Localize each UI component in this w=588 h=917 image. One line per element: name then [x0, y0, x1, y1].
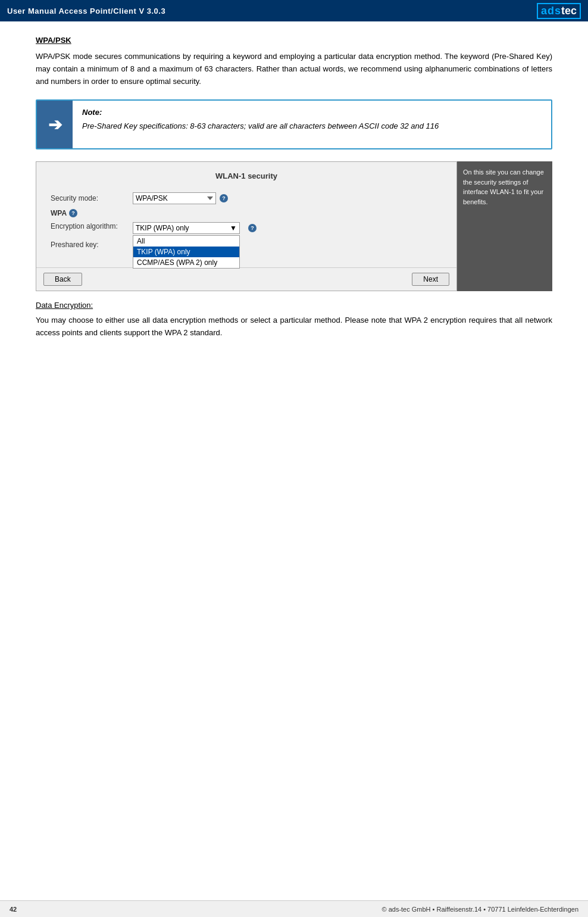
info-sidebar: On this site you can change the security… [457, 161, 552, 291]
header-logo: adstec [537, 3, 581, 19]
note-text: Pre-Shared Key specifications: 8-63 char… [82, 120, 439, 132]
encryption-option-ccmp[interactable]: CCMP/AES (WPA 2) only [133, 257, 239, 268]
preshared-row: Preshared key: ? [51, 239, 442, 251]
footer-page: 42 [10, 906, 17, 913]
encryption-label: Encryption algorithm: [51, 222, 128, 230]
encryption-dropdown-wrapper: TKIP (WPA) only ▼ All TKIP (WPA) only CC… [133, 222, 240, 234]
encryption-option-all[interactable]: All [133, 236, 239, 247]
wpa-psk-title: WPA/PSK [36, 36, 552, 45]
note-title: Note: [82, 108, 439, 117]
ui-panel-wrapper: WLAN-1 security Security mode: WPA/PSK ?… [36, 161, 552, 291]
footer-copyright: © ads-tec GmbH • Raiffeisenstr.14 • 7077… [381, 906, 578, 913]
arrow-icon: ➔ [48, 115, 62, 135]
security-mode-label: Security mode: [51, 194, 128, 202]
panel-buttons: Back Next [36, 267, 456, 291]
back-button[interactable]: Back [43, 273, 82, 286]
security-mode-select-wrapper: WPA/PSK ? [133, 192, 228, 204]
info-sidebar-text: On this site you can change the security… [463, 169, 544, 205]
wpa-label-row: WPA ? [51, 209, 442, 217]
security-mode-select[interactable]: WPA/PSK [133, 192, 216, 204]
security-mode-row: Security mode: WPA/PSK ? [51, 192, 442, 204]
logo-ads: ads [541, 5, 561, 17]
data-encryption-title: Data Encryption: [36, 301, 552, 310]
note-content: Note: Pre-Shared Key specifications: 8-6… [73, 101, 448, 148]
wpa-label: WPA ? [51, 209, 128, 217]
ui-panel-inner: WLAN-1 security Security mode: WPA/PSK ?… [36, 162, 456, 263]
main-content: WPA/PSK WPA/PSK mode secures communicati… [0, 21, 588, 375]
logo-tec: tec [561, 5, 577, 17]
encryption-option-tkip[interactable]: TKIP (WPA) only [133, 247, 239, 257]
note-arrow: ➔ [37, 101, 73, 148]
ui-panel: WLAN-1 security Security mode: WPA/PSK ?… [36, 161, 457, 291]
logo-border: adstec [537, 3, 581, 19]
encryption-select-shown[interactable]: TKIP (WPA) only ▼ [133, 222, 240, 234]
footer: 42 © ads-tec GmbH • Raiffeisenstr.14 • 7… [0, 900, 588, 917]
wpa-psk-description: WPA/PSK mode secures communications by r… [36, 51, 552, 88]
encryption-help-icon[interactable]: ? [248, 224, 257, 232]
next-button[interactable]: Next [412, 273, 449, 286]
data-encryption-text: You may choose to either use all data en… [36, 314, 552, 339]
preshared-label: Preshared key: [51, 241, 128, 249]
header: User Manual Access Point/Client V 3.0.3 … [0, 0, 588, 21]
ui-panel-title: WLAN-1 security [51, 171, 442, 180]
encryption-row: Encryption algorithm: TKIP (WPA) only ▼ … [51, 222, 442, 234]
encryption-selected-value: TKIP (WPA) only [136, 224, 189, 232]
header-title: User Manual Access Point/Client V 3.0.3 [7, 7, 165, 15]
encryption-dropdown-list: All TKIP (WPA) only CCMP/AES (WPA 2) onl… [133, 235, 240, 269]
security-mode-help-icon[interactable]: ? [220, 194, 228, 202]
dropdown-arrow-icon: ▼ [230, 224, 237, 232]
wpa-help-icon[interactable]: ? [69, 209, 77, 217]
note-box: ➔ Note: Pre-Shared Key specifications: 8… [36, 99, 552, 149]
